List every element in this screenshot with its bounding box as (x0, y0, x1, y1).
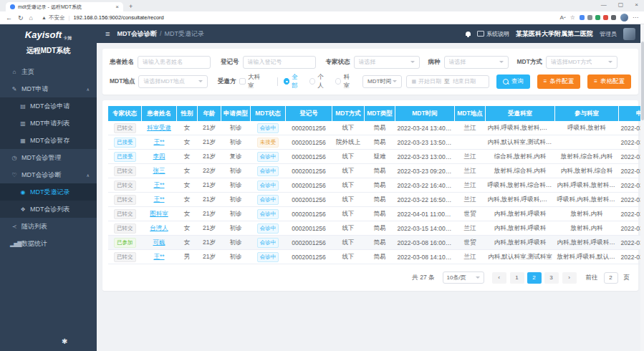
page-scrollbar[interactable] (640, 24, 644, 351)
sidebar-item-mdt-apply[interactable]: ✎MDT申请∧ (0, 80, 97, 97)
refresh-icon[interactable]: ↻ (18, 14, 24, 21)
system-help-link[interactable]: 系统说明 (477, 30, 509, 38)
extension-icon[interactable] (587, 15, 592, 20)
cell-reg_no: 0002001256 (286, 207, 332, 221)
extension-icon[interactable] (611, 15, 616, 20)
date-range-input[interactable]: ▦ 开始日期 至 结束日期 (406, 75, 489, 88)
sidebar-item-mdt-consult-apply[interactable]: ▤MDT会诊申请 (0, 97, 97, 115)
goto-page-input[interactable]: 2 (604, 272, 618, 284)
column-header-join_depts: 参与科室 (555, 106, 619, 121)
patient-name-link[interactable]: 王** (153, 196, 164, 203)
security-label: 不安全 (49, 14, 65, 21)
cell-reg_no: 0002001256 (286, 150, 332, 164)
gear-icon[interactable]: ✱ (62, 337, 67, 345)
mdt-place-select[interactable]: 请选择MDT地点 (138, 75, 208, 88)
sidebar-item-statistics[interactable]: ▂▅▇数据统计 (0, 235, 97, 252)
browser-tab[interactable]: mdt受邀记录 - 远程MDT系统 × (6, 2, 123, 11)
expert-status-select[interactable]: 请选择 (354, 56, 420, 69)
bell-icon[interactable] (466, 32, 471, 36)
extension-icon[interactable] (603, 15, 608, 20)
new-tab-button[interactable]: + (129, 3, 133, 10)
table-row: 已转交张三女22岁初诊会诊中0002001256线下简易2022-03-23 0… (108, 164, 644, 178)
patient-name-link[interactable]: 台湾人 (150, 224, 168, 231)
patient-name-link[interactable]: 王** (153, 138, 164, 145)
close-button[interactable]: × (635, 1, 638, 8)
sidebar-item-mdt-consult-diagnose[interactable]: ♡MDT会诊诊断∧ (0, 166, 97, 183)
back-icon[interactable]: ← (6, 14, 12, 21)
cell-reg_no: 0002001256 (286, 121, 332, 135)
user-avatar[interactable] (623, 28, 635, 40)
maximize-button[interactable]: ▢ (618, 1, 624, 8)
table-config-button[interactable]: ≡ 表格配置 (587, 74, 631, 89)
patient-name-link[interactable]: 图科室 (150, 210, 168, 217)
cell-gender: 女 (177, 150, 198, 164)
next-page-button[interactable]: › (562, 272, 577, 284)
cell-mdt_place: 世贸 (455, 207, 486, 221)
patient-name-link[interactable]: 张三 (153, 167, 165, 174)
tab-close-icon[interactable]: × (115, 4, 119, 10)
patient-name-link[interactable]: 王** (153, 253, 164, 260)
radio-all[interactable]: 全部 (284, 73, 303, 90)
sidebar-item-mdt-invite-record[interactable]: ◉MDT受邀记录 (0, 183, 97, 201)
column-header-invited_depts: 受邀科室 (486, 106, 555, 121)
chevron-down-icon (410, 61, 415, 63)
chevron-up-icon: ∧ (87, 173, 90, 178)
sidebar-item-home[interactable]: ⌂主页 (0, 63, 97, 80)
url-field[interactable]: ▲ 不安全 | 192.168.0.156:9002/consultate/re… (42, 14, 554, 21)
reg-no-label: 登记号 (221, 58, 239, 67)
patient-name-link[interactable]: 可巍 (153, 239, 165, 246)
dept-group-checkbox[interactable]: 大科室 (239, 73, 264, 90)
patient-name-link[interactable]: 李四 (153, 153, 165, 160)
page-size-select[interactable]: 10条/页 (443, 271, 484, 284)
mdt-place-label: MDT地点 (110, 77, 135, 86)
sidebar-item-mdt-consult-manage[interactable]: ◷MDT会诊管理 (0, 149, 97, 166)
sidebar-item-mdt-consult-draft[interactable]: ▦MDT会诊暂存 (0, 132, 97, 149)
patient-name-input[interactable]: 请输入患者姓名 (138, 56, 211, 69)
disease-select[interactable]: 请选择 (444, 56, 509, 69)
search-button[interactable]: 查询 (496, 74, 530, 89)
sidebar-item-followup-list[interactable]: ≺随访列表 (0, 218, 97, 235)
extension-icon[interactable] (595, 15, 600, 20)
cell-mdt_type: 简易 (365, 135, 395, 150)
radio-dept[interactable]: 科室 (335, 73, 355, 90)
submenu: ▤MDT会诊申请▥MDT申请列表▦MDT会诊暂存 (0, 97, 97, 149)
cell-join_depts: 放射科,综合科,内科 (555, 150, 619, 164)
cell-gender: 女 (177, 135, 198, 150)
reg-no-input[interactable]: 请输入登记号 (243, 56, 316, 69)
cell-mdt_mode: 线下 (332, 164, 365, 178)
condition-config-button[interactable]: ≡ 条件配置 (537, 74, 581, 89)
sidebar-item-mdt-consult-list[interactable]: ❖MDT会诊列表 (0, 201, 97, 218)
browser-profile-avatar[interactable] (620, 14, 628, 21)
favorite-icon[interactable]: ☆ (570, 14, 575, 21)
breadcrumb-root: MDT会诊诊断 (117, 29, 157, 39)
invitee-label: 受邀方 (218, 77, 236, 86)
collapse-menu-icon[interactable]: ≡ (105, 29, 110, 38)
mdt-mode-select[interactable]: 请选择MDT方式 (546, 56, 617, 69)
read-aloud-icon[interactable]: Aᵕ (559, 14, 565, 21)
mdt-time-select[interactable]: MDT时间 (362, 75, 402, 88)
prev-page-button[interactable]: ‹ (492, 272, 506, 284)
patient-name-link[interactable]: 科室受邀 (147, 124, 171, 131)
sidebar-item-mdt-apply-list[interactable]: ▥MDT申请列表 (0, 115, 97, 132)
cell-apply_type: 初诊 (221, 193, 251, 207)
cell-expert_status: 已转交 (108, 207, 142, 221)
minimize-button[interactable]: — (601, 1, 607, 8)
cell-gender: 女 (177, 193, 198, 207)
cell-mdt_type: 简易 (365, 250, 395, 264)
config-icon: ≡ (544, 78, 547, 85)
patient-name-link[interactable]: 王** (153, 181, 164, 188)
page-button-2[interactable]: 2 (527, 272, 542, 284)
mdt-invite-record-icon: ◉ (19, 189, 27, 196)
browser-menu-icon[interactable]: ⋯ (633, 14, 638, 21)
cell-age: 21岁 (198, 193, 221, 207)
radio-personal[interactable]: 个人 (309, 73, 329, 90)
disease-label: 病种 (428, 58, 441, 67)
filter-row-1: 患者姓名 请输入患者姓名 登记号 请输入登记号 专家状态 请选择 (110, 54, 631, 69)
page-button-1[interactable]: 1 (510, 272, 524, 284)
page-button-3[interactable]: 3 (544, 272, 559, 284)
extension-icon[interactable] (580, 15, 585, 20)
cell-apply_type: 初诊 (221, 236, 251, 250)
cell-join_depts: 内科,呼吸科,放射科,综合科 (555, 178, 619, 193)
breadcrumb-current: MDT受邀记录 (164, 29, 204, 39)
home-icon[interactable]: ⌂ (29, 14, 33, 21)
